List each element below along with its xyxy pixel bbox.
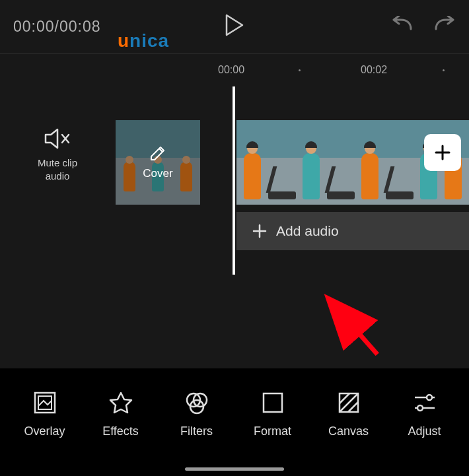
play-button[interactable] — [225, 14, 244, 39]
add-audio-button[interactable]: Add audio — [236, 212, 469, 250]
format-icon — [260, 390, 285, 415]
overlay-label: Overlay — [24, 425, 65, 438]
svg-line-9 — [340, 393, 358, 412]
sliders-icon — [412, 390, 437, 415]
plus-icon — [252, 224, 267, 238]
canvas-icon — [336, 390, 361, 415]
pencil-icon — [149, 145, 166, 162]
ruler-tick-2: 00:02 — [361, 64, 387, 76]
ruler-dot — [299, 69, 301, 71]
speaker-mute-icon — [44, 127, 71, 150]
adjust-button[interactable]: Adjust — [392, 390, 458, 438]
canvas-label: Canvas — [328, 425, 369, 438]
time-total: 00:08 — [59, 18, 101, 35]
mute-clip-label: Mute clip audio — [28, 156, 87, 182]
overlay-icon — [32, 390, 57, 415]
svg-rect-7 — [264, 393, 282, 412]
star-icon — [108, 390, 133, 415]
unica-watermark: unica — [118, 30, 169, 51]
cover-thumbnail-button[interactable]: Cover — [116, 120, 200, 205]
timeline-area[interactable]: Mute clip audio Cover — [0, 86, 469, 298]
svg-line-1 — [320, 300, 387, 354]
redo-button[interactable] — [433, 16, 456, 37]
playback-time: 00:00/00:08 — [13, 18, 101, 36]
watermark-nica: nica — [129, 30, 169, 51]
format-label: Format — [254, 425, 291, 438]
ruler-tick-1: 00:00 — [218, 64, 244, 76]
plus-icon — [433, 143, 452, 162]
filters-icon — [184, 390, 209, 415]
adjust-label: Adjust — [408, 425, 441, 438]
effects-button[interactable]: Effects — [88, 390, 154, 438]
playhead[interactable] — [233, 86, 235, 275]
time-current: 00:00 — [13, 18, 55, 35]
overlay-button[interactable]: Overlay — [12, 390, 78, 438]
bottom-toolbar: Overlay Effects Filters Format Canvas — [0, 368, 469, 476]
editor-main-area: 00:00/00:08 unica 00:00 00:02 — [0, 0, 469, 368]
effects-label: Effects — [102, 425, 139, 438]
svg-point-15 — [417, 405, 423, 411]
canvas-button[interactable]: Canvas — [316, 390, 382, 438]
undo-button[interactable] — [391, 16, 414, 37]
svg-line-11 — [348, 402, 358, 412]
home-indicator[interactable] — [185, 467, 284, 471]
ruler-dot — [443, 69, 445, 71]
format-button[interactable]: Format — [240, 390, 306, 438]
filters-label: Filters — [180, 425, 213, 438]
mute-clip-audio-button[interactable]: Mute clip audio — [28, 127, 87, 182]
cover-overlay: Cover — [116, 120, 200, 205]
svg-line-10 — [340, 393, 349, 403]
add-audio-label: Add audio — [276, 223, 339, 239]
watermark-u: u — [118, 30, 129, 51]
svg-point-13 — [427, 395, 432, 400]
cover-label: Cover — [143, 167, 172, 180]
add-clip-button[interactable] — [424, 134, 461, 171]
time-separator: / — [55, 18, 59, 35]
timeline-ruler[interactable]: 00:00 00:02 — [0, 53, 469, 86]
history-buttons — [391, 16, 456, 37]
filters-button[interactable]: Filters — [164, 390, 230, 438]
editor-header: 00:00/00:08 — [0, 0, 469, 53]
